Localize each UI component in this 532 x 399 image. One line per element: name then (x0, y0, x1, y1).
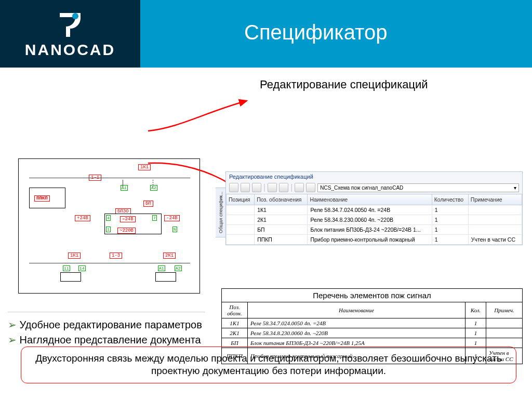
table-row: 1К1Реле 58.34.7.024.0050 4п. =24В1 (222, 318, 523, 328)
slide-title: Спецификатор (244, 21, 387, 44)
spec-col-header: Позиция (227, 194, 255, 205)
dropdown-value: NCS_Схема пож сигнал_nanoCAD (320, 185, 403, 191)
table-cell: 1 (432, 225, 468, 235)
out-col-header: Поз. обозн. (222, 302, 248, 318)
table-cell (468, 215, 522, 225)
sch-lbl: А2 (150, 185, 157, 191)
sch-lbl: -24В (164, 215, 180, 221)
toolbar-icon[interactable] (241, 183, 250, 192)
sch-lbl: 1 (106, 227, 111, 232)
sch-lbl: А1 (158, 265, 165, 271)
table-cell: Прибор приемно-контрольный пожарный (308, 235, 432, 245)
spec-col-header: Количество (432, 194, 468, 205)
bullet-item: Наглядное представление документа (15, 334, 205, 347)
sch-lbl: А2 (175, 265, 182, 271)
table-cell: 1 (466, 318, 486, 328)
table-row[interactable]: 1К1Реле 58.34.7.024.0050 4п. =24В1 (227, 205, 522, 215)
output-table-title: Перечень элементов пож сигнал (221, 288, 523, 302)
out-col-header: Примеч. (486, 302, 523, 318)
brand-logo-block: NANOCAD (0, 0, 140, 68)
chevron-down-icon: ▾ (514, 185, 516, 191)
spec-dropdown[interactable]: NCS_Схема пож сигнал_nanoCAD ▾ (317, 183, 519, 192)
table-cell (227, 205, 255, 215)
subtitle-edit: Редактирование спецификаций (260, 78, 428, 91)
table-cell: 1 (466, 328, 486, 338)
toolbar-icon[interactable] (295, 183, 304, 192)
toolbar-icon[interactable] (252, 183, 261, 192)
table-cell (486, 328, 523, 338)
table-cell: БП (255, 225, 308, 235)
spec-col-header: Примечание (468, 194, 522, 205)
table-cell (486, 318, 523, 328)
table-cell: Учтен в части СС (468, 235, 522, 245)
slide-content: Редактирование спецификаций Вывод таблиц… (0, 68, 532, 399)
toolbar-icon[interactable] (306, 183, 315, 192)
sch-lbl: БП (143, 201, 153, 207)
toolbar-icon[interactable] (268, 183, 277, 192)
table-cell (468, 225, 522, 235)
table-cell: Реле 58.34.7.024.0050 4п. =24В (308, 205, 432, 215)
table-row[interactable]: 2К1Реле 58.34.8.230.0060 4п. ~220В1 (227, 215, 522, 225)
table-cell: 1К1 (255, 205, 308, 215)
brand-text: NANOCAD (25, 41, 115, 59)
table-row[interactable]: БПБлок питания БП30Б-Д3-24 ~220В/=24В 1.… (227, 225, 522, 235)
table-cell (468, 205, 522, 215)
sch-lbl: 14 (78, 265, 86, 271)
table-cell: 1К1 (222, 318, 248, 328)
table-cell: 2К1 (222, 328, 248, 338)
spec-col-header: Наименование (308, 194, 432, 205)
out-col-header: Наименование (248, 302, 466, 318)
table-cell: ППКП (255, 235, 308, 245)
slide-header: NANOCAD Спецификатор (0, 0, 532, 68)
table-cell: 1 (432, 215, 468, 225)
table-cell: Реле 58.34.7.024.0050 4п. =24В (248, 318, 466, 328)
table-cell: 2К1 (255, 215, 308, 225)
spec-editor-window: Общая специфик... Редактирование специфи… (225, 171, 523, 245)
sch-lbl: ППКП (34, 195, 50, 202)
table-cell: 1 (432, 235, 468, 245)
toolbar-icon[interactable] (279, 183, 288, 192)
table-cell: 1 (432, 205, 468, 215)
logo-icon (55, 9, 86, 38)
sch-lbl: А1 (121, 185, 128, 191)
bullet-item: Удобное редактирование параметров (15, 318, 205, 331)
spec-table: ПозицияПоз. обозначенияНаименованиеКолич… (226, 194, 522, 245)
table-cell: Реле 58.34.8.230.0060 4п. ~220В (248, 328, 466, 338)
sch-lbl: =24В (120, 216, 136, 222)
table-cell (227, 215, 255, 225)
circuit-schematic: 1К1 1-1 ППКП А1 А2 БП БПЗО +24В -24В 4 =… (18, 158, 200, 294)
footer-callout: Двухсторонняя связь между моделью проект… (21, 347, 516, 383)
table-row: 2К1Реле 58.34.8.230.0060 4п. ~220В1 (222, 328, 523, 338)
sch-lbl: ~220В (117, 228, 136, 234)
sch-lbl: 7 (152, 215, 157, 221)
toolbar-icon[interactable] (229, 183, 238, 192)
sch-lbl: +24В (75, 215, 90, 221)
spec-vertical-tab[interactable]: Общая специфик... (216, 188, 226, 237)
sch-lbl: 11 (63, 265, 70, 271)
spec-toolbar: | | NCS_Схема пож сигнал_nanoCAD ▾ (226, 181, 522, 194)
sch-lbl: 1К1 (68, 252, 81, 259)
out-col-header: Кол. (466, 302, 486, 318)
sch-lbl: N (172, 227, 177, 232)
sch-lbl: 4 (106, 215, 111, 221)
sch-lbl: 1К1 (138, 164, 151, 170)
spec-col-header: Поз. обозначения (255, 194, 308, 205)
table-cell (227, 225, 255, 235)
table-cell (227, 235, 255, 245)
table-cell: Блок питания БП30Б-Д3-24 ~220В/=24В 1... (308, 225, 432, 235)
spec-window-title: Редактирование спецификаций (226, 172, 522, 181)
table-cell: Реле 58.34.8.230.0060 4п. ~220В (308, 215, 432, 225)
sch-lbl: 1-3 (110, 252, 122, 259)
svg-point-0 (72, 13, 78, 19)
bullet-list: Удобное редактирование параметров Нагляд… (8, 312, 205, 349)
sch-lbl: 2К1 (163, 252, 176, 259)
table-row[interactable]: ППКППрибор приемно-контрольный пожарный1… (227, 235, 522, 245)
